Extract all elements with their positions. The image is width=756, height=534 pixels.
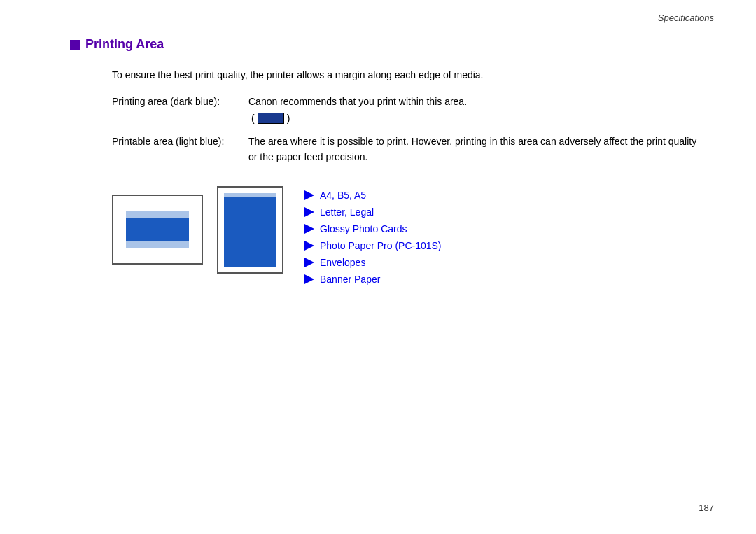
open-paren-dark: ( <box>251 113 255 124</box>
section-title-text: Printing Area <box>85 37 164 52</box>
link-a4-b5-a5[interactable]: A4, B5, A5 <box>304 190 442 201</box>
link-label-5: Banner Paper <box>320 274 380 285</box>
close-paren-dark: ) <box>287 113 290 124</box>
arrow-icon-5 <box>304 274 314 284</box>
link-glossy-photo-cards[interactable]: Glossy Photo Cards <box>304 223 442 234</box>
dark-swatch-line: ( ) <box>70 113 700 124</box>
page-number: 187 <box>699 503 714 513</box>
link-letter-legal[interactable]: Letter, Legal <box>304 206 442 218</box>
arrow-icon-3 <box>304 241 314 251</box>
link-envelopes[interactable]: Envelopes <box>304 257 442 268</box>
page-header: Specifications <box>0 0 756 23</box>
printing-area-label: Printing area (dark blue): <box>112 94 248 109</box>
printable-area-block: Printable area (light blue): The area wh… <box>70 134 700 165</box>
title-square-icon <box>70 40 80 50</box>
printable-area-desc: The area where it is possible to print. … <box>248 134 700 165</box>
printable-area-label: Printable area (light blue): <box>112 134 248 149</box>
arrow-icon-2 <box>304 224 314 234</box>
printing-area-desc: Canon recommends that you print within t… <box>248 94 467 109</box>
diagrams-section: A4, B5, A5 Letter, Legal Glossy Photo Ca… <box>70 186 700 285</box>
link-label-1: Letter, Legal <box>320 206 374 218</box>
link-label-2: Glossy Photo Cards <box>320 223 407 234</box>
landscape-paper-diagram <box>112 195 203 265</box>
arrow-icon-4 <box>304 258 314 267</box>
link-banner-paper[interactable]: Banner Paper <box>304 274 442 285</box>
arrow-icon-0 <box>304 190 314 200</box>
section-title: Printing Area <box>70 37 700 52</box>
links-list: A4, B5, A5 Letter, Legal Glossy Photo Ca… <box>304 186 442 285</box>
landscape-light-top <box>126 211 189 218</box>
portrait-paper-diagram <box>217 186 284 274</box>
landscape-light-bottom <box>126 241 189 248</box>
header-text: Specifications <box>658 13 714 23</box>
printing-area-block: Printing area (dark blue): Canon recomme… <box>70 94 700 109</box>
arrow-icon-1 <box>304 207 314 217</box>
intro-text: To ensure the best print quality, the pr… <box>70 67 700 83</box>
main-content: Printing Area To ensure the best print q… <box>0 23 756 285</box>
portrait-dark-area <box>224 197 276 267</box>
landscape-dark-area <box>126 218 189 241</box>
paper-diagrams <box>112 186 284 274</box>
dark-blue-swatch <box>258 113 284 124</box>
link-label-4: Envelopes <box>320 257 365 268</box>
link-label-3: Photo Paper Pro (PC-101S) <box>320 240 442 251</box>
link-label-0: A4, B5, A5 <box>320 190 366 201</box>
link-photo-paper-pro[interactable]: Photo Paper Pro (PC-101S) <box>304 240 442 251</box>
